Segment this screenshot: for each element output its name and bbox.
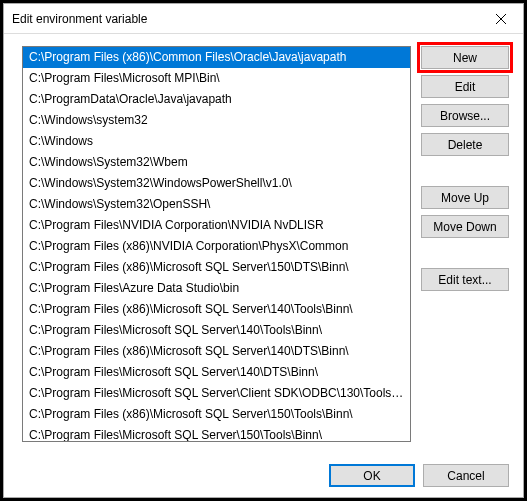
list-item[interactable]: C:\Program Files\Azure Data Studio\bin [23,278,410,299]
list-item[interactable]: C:\Program Files\Microsoft MPI\Bin\ [23,68,410,89]
list-item[interactable]: C:\Windows\System32\WindowsPowerShell\v1… [23,173,410,194]
list-item[interactable]: C:\Program Files (x86)\Microsoft SQL Ser… [23,341,410,362]
list-item[interactable]: C:\Windows [23,131,410,152]
list-item[interactable]: C:\Program Files (x86)\Common Files\Orac… [23,47,410,68]
list-item[interactable]: C:\Program Files\Microsoft SQL Server\15… [23,425,410,442]
list-item[interactable]: C:\ProgramData\Oracle\Java\javapath [23,89,410,110]
list-item[interactable]: C:\Windows\system32 [23,110,410,131]
ok-button[interactable]: OK [329,464,415,487]
delete-button[interactable]: Delete [421,133,509,156]
side-button-column: New Edit Browse... Delete Move Up Move D… [421,46,509,448]
button-gap [421,244,509,262]
screenshot-frame: Edit environment variable C:\Program Fil… [0,0,527,501]
list-item[interactable]: C:\Program Files\Microsoft SQL Server\Cl… [23,383,410,404]
list-item[interactable]: C:\Program Files\Microsoft SQL Server\14… [23,320,410,341]
list-item[interactable]: C:\Program Files\Microsoft SQL Server\14… [23,362,410,383]
close-button[interactable] [478,4,523,34]
new-button[interactable]: New [421,46,509,69]
list-item[interactable]: C:\Program Files (x86)\Microsoft SQL Ser… [23,404,410,425]
list-item[interactable]: C:\Windows\System32\Wbem [23,152,410,173]
titlebar: Edit environment variable [4,4,523,34]
path-listbox[interactable]: C:\Program Files (x86)\Common Files\Orac… [22,46,411,442]
move-down-button[interactable]: Move Down [421,215,509,238]
edit-text-button[interactable]: Edit text... [421,268,509,291]
list-item[interactable]: C:\Program Files (x86)\Microsoft SQL Ser… [23,299,410,320]
close-icon [496,14,506,24]
list-item[interactable]: C:\Program Files\NVIDIA Corporation\NVID… [23,215,410,236]
button-gap [421,162,509,180]
edit-button[interactable]: Edit [421,75,509,98]
main-row: C:\Program Files (x86)\Common Files\Orac… [22,46,509,448]
bottom-button-row: OK Cancel [22,448,509,487]
list-item[interactable]: C:\Program Files (x86)\Microsoft SQL Ser… [23,257,410,278]
window-title: Edit environment variable [12,12,478,26]
list-item[interactable]: C:\Windows\System32\OpenSSH\ [23,194,410,215]
dialog-window: Edit environment variable C:\Program Fil… [3,3,524,498]
dialog-content: C:\Program Files (x86)\Common Files\Orac… [4,34,523,497]
list-item[interactable]: C:\Program Files (x86)\NVIDIA Corporatio… [23,236,410,257]
cancel-button[interactable]: Cancel [423,464,509,487]
move-up-button[interactable]: Move Up [421,186,509,209]
browse-button[interactable]: Browse... [421,104,509,127]
